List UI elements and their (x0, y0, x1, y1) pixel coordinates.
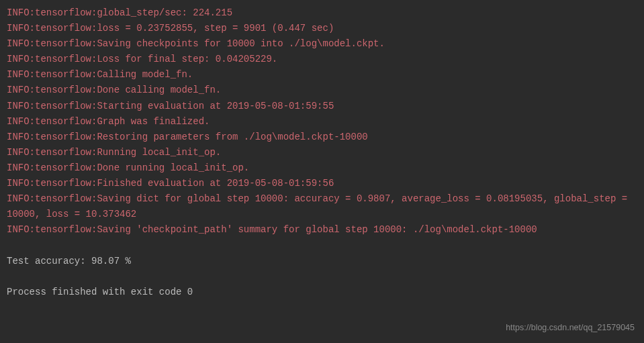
log-line: INFO:tensorflow:Finished evaluation at 2… (7, 176, 637, 191)
log-line: INFO:tensorflow:loss = 0.23752855, step … (7, 21, 637, 36)
log-line: Test accuracy: 98.07 % (7, 254, 637, 269)
watermark-text: https://blog.csdn.net/qq_21579045 (506, 321, 635, 335)
log-line (7, 238, 637, 253)
log-line: INFO:tensorflow:Calling model_fn. (7, 67, 637, 83)
log-line: INFO:tensorflow:Saving 'checkpoint_path'… (7, 222, 637, 238)
log-line: INFO:tensorflow:Saving dict for global s… (7, 191, 637, 222)
log-line: INFO:tensorflow:Done calling model_fn. (7, 83, 637, 98)
log-line (7, 269, 637, 285)
log-line: INFO:tensorflow:Saving checkpoints for 1… (7, 36, 637, 52)
log-line: INFO:tensorflow:global_step/sec: 224.215 (7, 5, 637, 21)
log-line: INFO:tensorflow:Loss for final step: 0.0… (7, 52, 637, 67)
log-line: Process finished with exit code 0 (7, 285, 637, 300)
log-line: INFO:tensorflow:Done running local_init_… (7, 160, 637, 176)
log-line: INFO:tensorflow:Running local_init_op. (7, 145, 637, 160)
log-line: INFO:tensorflow:Graph was finalized. (7, 114, 637, 130)
console-output: INFO:tensorflow:global_step/sec: 224.215… (7, 5, 637, 300)
log-line: INFO:tensorflow:Starting evaluation at 2… (7, 99, 637, 114)
log-line: INFO:tensorflow:Restoring parameters fro… (7, 130, 637, 145)
